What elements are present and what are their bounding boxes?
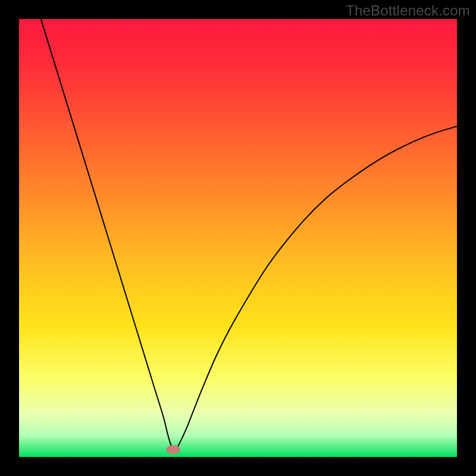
minimum-marker [166,445,180,454]
bottleneck-chart [19,19,457,457]
chart-frame: TheBottleneck.com [0,0,476,476]
plot-background [19,19,457,457]
watermark-text: TheBottleneck.com [346,2,470,19]
